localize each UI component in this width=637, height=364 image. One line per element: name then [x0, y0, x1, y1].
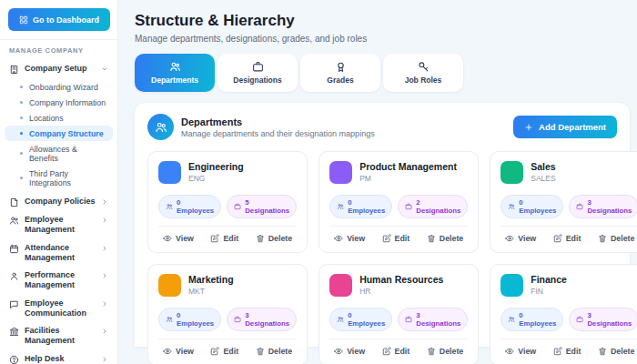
- trash-icon: [256, 234, 265, 243]
- eye-icon: [163, 347, 172, 356]
- sidebar-subitem-locations[interactable]: Locations: [5, 110, 113, 126]
- trash-icon: [598, 234, 607, 243]
- department-cards-grid: Engineering ENG 0 Employees 5 Designatio…: [147, 151, 617, 364]
- view-button[interactable]: View: [331, 232, 368, 245]
- tab-departments[interactable]: Departments: [135, 54, 215, 92]
- edit-button[interactable]: Edit: [551, 345, 584, 358]
- add-department-button[interactable]: Add Department: [513, 116, 617, 138]
- tab-bar: Departments Designations Grades Job Role…: [135, 54, 630, 92]
- sidebar-subitem-label: Company Information: [29, 98, 106, 107]
- main-content: Structure & Hierarchy Manage departments…: [118, 0, 637, 364]
- tab-label: Designations: [233, 76, 281, 85]
- tab-job-roles[interactable]: Job Roles: [383, 54, 463, 92]
- question-circle-icon: [9, 355, 19, 364]
- view-button[interactable]: View: [160, 345, 197, 358]
- action-label: View: [176, 234, 194, 243]
- view-button[interactable]: View: [502, 232, 539, 245]
- sidebar-item-facilities-management[interactable]: Facilities Management: [5, 322, 113, 350]
- delete-button[interactable]: Delete: [253, 232, 295, 245]
- sidebar-subitem-third-party-integrations[interactable]: Third Party Integrations: [5, 166, 113, 190]
- sidebar-item-performance-management[interactable]: Performance Management: [5, 267, 113, 295]
- bullet-dot: [20, 116, 23, 119]
- sidebar: Go to Dashboard MANAGE COMPANY Company S…: [0, 0, 118, 364]
- card-title-block: Engineering ENG: [188, 161, 244, 184]
- people-icon: [166, 203, 173, 210]
- sidebar-subitem-company-information[interactable]: Company Information: [5, 95, 113, 110]
- medal-icon: [335, 61, 347, 73]
- badge-label: 0 Employees: [519, 311, 556, 328]
- sidebar-subitem-label: Third Party Integrations: [29, 169, 107, 187]
- sidebar-subitem-onboarding-wizard[interactable]: Onboarding Wizard: [5, 79, 113, 95]
- badge-label: 2 Designations: [416, 198, 460, 215]
- designations-badge: 3 Designations: [227, 308, 297, 331]
- sidebar-subitem-allowances-benefits[interactable]: Allowances & Benefits: [5, 141, 113, 166]
- badge-row: 0 Employees 3 Designations: [500, 195, 637, 218]
- delete-button[interactable]: Delete: [253, 345, 295, 358]
- view-button[interactable]: View: [331, 345, 368, 358]
- edit-button[interactable]: Edit: [207, 345, 241, 358]
- sidebar-item-help-desk-management[interactable]: Help Desk Management: [5, 350, 113, 364]
- department-color-swatch: [329, 161, 352, 184]
- delete-button[interactable]: Delete: [424, 345, 466, 358]
- page-title: Structure & Hierarchy: [135, 12, 630, 30]
- action-label: Edit: [395, 234, 410, 243]
- card-actions: View Edit Delete: [500, 226, 637, 247]
- tab-grades[interactable]: Grades: [300, 54, 380, 92]
- sidebar-item-attendance-management[interactable]: Attendance Management: [5, 239, 113, 268]
- sidebar-subitem-company-structure[interactable]: Company Structure: [5, 126, 113, 141]
- eye-icon: [334, 347, 343, 356]
- edit-button[interactable]: Edit: [207, 232, 241, 245]
- departments-panel: Departments Manage departments and their…: [135, 103, 630, 347]
- view-button[interactable]: View: [160, 232, 197, 245]
- employees-badge: 0 Employees: [329, 195, 392, 218]
- edit-button[interactable]: Edit: [551, 232, 584, 245]
- bullet-dot: [20, 86, 23, 88]
- calendar-icon: [9, 244, 19, 254]
- delete-button[interactable]: Delete: [595, 345, 637, 358]
- card-title-block: Product Management PM: [359, 161, 457, 184]
- sidebar-item-company-setup[interactable]: Company Setup: [5, 60, 113, 78]
- page-subtitle: Manage departments, designations, grades…: [135, 34, 630, 44]
- people-icon: [155, 121, 167, 134]
- departments-circle-icon: [147, 114, 174, 140]
- card-header: Marketing MKT: [158, 274, 297, 297]
- people-icon: [169, 61, 181, 73]
- department-name: Human Resources: [359, 274, 443, 285]
- view-button[interactable]: View: [502, 345, 539, 358]
- chevron-right-icon: [101, 272, 108, 279]
- delete-button[interactable]: Delete: [424, 232, 466, 245]
- sidebar-nav: Company Setup Onboarding Wizard Company …: [0, 60, 117, 364]
- card-title-block: Sales SALES: [531, 161, 555, 184]
- badge-label: 0 Employees: [519, 198, 556, 215]
- department-code: HR: [359, 287, 443, 296]
- briefcase-icon: [234, 316, 241, 323]
- plus-icon: [524, 123, 533, 132]
- people-icon: [508, 203, 515, 210]
- panel-subtitle: Manage departments and their designation…: [181, 129, 375, 138]
- action-label: Edit: [223, 347, 238, 356]
- edit-button[interactable]: Edit: [379, 345, 413, 358]
- people-icon: [337, 203, 344, 210]
- chevron-down-icon: [101, 66, 108, 73]
- card-actions: View Edit Delete: [158, 339, 297, 359]
- action-label: Delete: [440, 347, 463, 356]
- briefcase-icon: [252, 61, 264, 73]
- action-label: Edit: [566, 234, 581, 243]
- trash-icon: [427, 347, 436, 356]
- card-header: Sales SALES: [500, 161, 637, 184]
- sidebar-item-employee-management[interactable]: Employee Management: [5, 211, 113, 239]
- sidebar-item-label: Performance Management: [25, 270, 96, 291]
- eye-icon: [334, 234, 343, 243]
- card-actions: View Edit Delete: [329, 339, 468, 359]
- card-header: Finance FIN: [500, 274, 637, 297]
- trash-icon: [598, 347, 607, 356]
- sidebar-item-company-policies[interactable]: Company Policies: [5, 193, 113, 211]
- go-to-dashboard-button[interactable]: Go to Dashboard: [8, 8, 110, 31]
- sidebar-item-employee-communication[interactable]: Employee Communication: [5, 295, 113, 323]
- delete-button[interactable]: Delete: [595, 232, 637, 245]
- department-code: SALES: [531, 174, 555, 183]
- tab-designations[interactable]: Designations: [217, 54, 298, 92]
- edit-button[interactable]: Edit: [379, 232, 413, 245]
- employees-badge: 0 Employees: [158, 308, 221, 331]
- department-name: Sales: [531, 161, 555, 172]
